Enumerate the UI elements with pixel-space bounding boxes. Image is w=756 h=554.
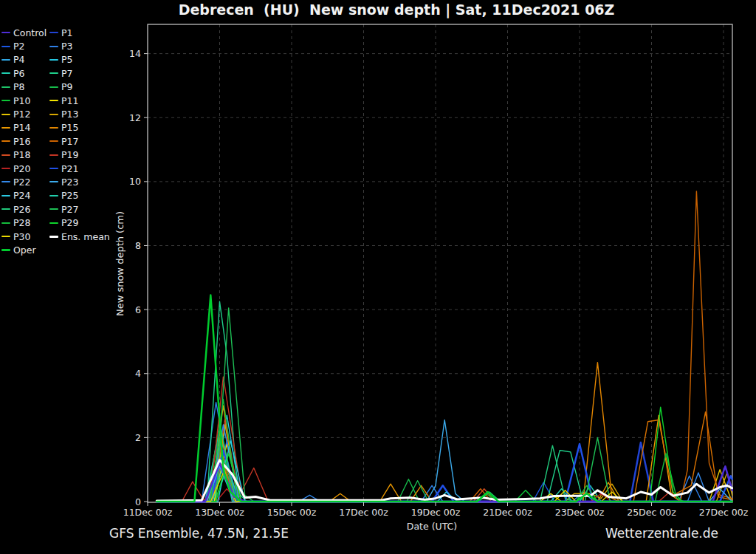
y-tick-label: 8 xyxy=(135,240,141,251)
gridlines xyxy=(148,24,732,502)
x-tick-label: 19Dec 00z xyxy=(411,507,461,518)
series-p19 xyxy=(157,377,732,502)
footer-model-info: GFS Ensemble, 47.5N, 21.5E xyxy=(109,526,289,541)
series-p17 xyxy=(157,191,732,502)
ensemble-meteogram-page: Debrecen (HU) New snow depth | Sat, 11De… xyxy=(0,0,756,554)
x-tick-label: 27Dec 00z xyxy=(699,507,749,518)
x-axis-label: Date (UTC) xyxy=(407,521,457,532)
y-tick-label: 2 xyxy=(135,432,141,443)
y-tick-label: 4 xyxy=(135,368,141,379)
footer-site-name: Wetterzentrale.de xyxy=(605,526,718,541)
x-tick-label: 11Dec 00z xyxy=(123,507,173,518)
y-tick-label: 12 xyxy=(129,112,141,123)
series-p1 xyxy=(157,431,732,502)
y-axis-label: New snow depth (cm) xyxy=(114,211,126,316)
series-p27 xyxy=(157,308,732,502)
y-tick-label: 14 xyxy=(129,48,141,59)
y-tick-label: 0 xyxy=(135,496,141,507)
y-tick-label: 10 xyxy=(129,176,141,187)
x-tick-label: 23Dec 00z xyxy=(555,507,605,518)
x-tick-label: 15Dec 00z xyxy=(267,507,317,518)
series-lines xyxy=(157,191,732,502)
x-tick-label: 17Dec 00z xyxy=(339,507,388,518)
series-p28 xyxy=(157,399,732,502)
plot-frame xyxy=(148,24,732,502)
x-tick-label: 25Dec 00z xyxy=(627,507,676,518)
y-tick-label: 6 xyxy=(135,304,141,315)
x-tick-label: 21Dec 00z xyxy=(483,507,532,518)
x-tick-label: 13Dec 00z xyxy=(195,507,244,518)
